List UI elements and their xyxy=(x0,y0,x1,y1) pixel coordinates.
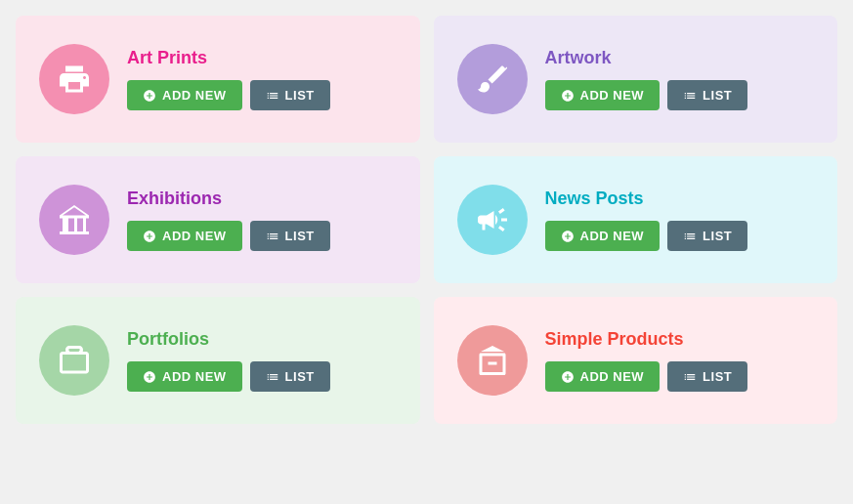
artwork-icon-wrap xyxy=(457,44,528,114)
art-prints-add-button[interactable]: ADD NEW xyxy=(127,80,242,110)
card-exhibitions: Exhibitions ADD NEW LIST xyxy=(16,156,420,283)
news-posts-content: News Posts ADD NEW LIST xyxy=(545,189,748,251)
megaphone-icon xyxy=(475,202,510,237)
card-simple-products: Simple Products ADD NEW LIST xyxy=(434,297,838,424)
art-prints-content: Art Prints ADD NEW LIST xyxy=(127,48,330,110)
portfolios-list-button[interactable]: LIST xyxy=(250,361,330,392)
list-icon xyxy=(266,370,279,384)
simple-products-title: Simple Products xyxy=(545,329,748,350)
cards-grid: Art Prints ADD NEW LIST Artwork xyxy=(16,16,837,424)
portfolios-icon-wrap xyxy=(39,325,109,396)
portfolios-actions: ADD NEW LIST xyxy=(127,361,330,392)
add-icon xyxy=(143,370,156,384)
news-posts-icon-wrap xyxy=(457,185,528,255)
list-icon xyxy=(683,89,697,103)
card-art-prints: Art Prints ADD NEW LIST xyxy=(16,16,420,143)
card-artwork: Artwork ADD NEW LIST xyxy=(434,16,838,143)
box-icon xyxy=(475,343,510,378)
portfolios-content: Portfolios ADD NEW LIST xyxy=(127,329,330,392)
exhibitions-title: Exhibitions xyxy=(127,189,330,209)
simple-products-list-button[interactable]: LIST xyxy=(667,361,747,392)
artwork-actions: ADD NEW LIST xyxy=(545,80,748,110)
art-prints-title: Art Prints xyxy=(127,48,330,68)
simple-products-icon-wrap xyxy=(457,325,528,396)
brush-icon xyxy=(475,62,510,97)
artwork-list-button[interactable]: LIST xyxy=(667,80,747,110)
add-icon xyxy=(143,89,156,103)
add-icon xyxy=(561,89,575,103)
exhibitions-icon-wrap xyxy=(39,185,109,255)
museum-icon xyxy=(57,202,92,237)
simple-products-actions: ADD NEW LIST xyxy=(545,361,748,392)
list-icon xyxy=(683,230,697,243)
portfolios-title: Portfolios xyxy=(127,329,330,350)
news-posts-title: News Posts xyxy=(545,189,748,209)
exhibitions-content: Exhibitions ADD NEW LIST xyxy=(127,189,330,251)
add-icon xyxy=(561,370,575,384)
exhibitions-actions: ADD NEW LIST xyxy=(127,221,330,251)
news-posts-add-button[interactable]: ADD NEW xyxy=(545,221,661,251)
briefcase-icon xyxy=(57,343,92,378)
list-icon xyxy=(266,89,279,103)
card-portfolios: Portfolios ADD NEW LIST xyxy=(16,297,420,424)
add-icon xyxy=(561,230,575,243)
simple-products-content: Simple Products ADD NEW LIST xyxy=(545,329,748,392)
list-icon xyxy=(683,370,697,384)
news-posts-list-button[interactable]: LIST xyxy=(667,221,747,251)
news-posts-actions: ADD NEW LIST xyxy=(545,221,748,251)
print-icon xyxy=(57,62,92,97)
simple-products-add-button[interactable]: ADD NEW xyxy=(545,361,661,392)
art-prints-list-button[interactable]: LIST xyxy=(250,80,330,110)
card-news-posts: News Posts ADD NEW LIST xyxy=(434,156,838,283)
add-icon xyxy=(143,230,156,243)
list-icon xyxy=(266,230,279,243)
art-prints-icon-wrap xyxy=(39,44,109,114)
art-prints-actions: ADD NEW LIST xyxy=(127,80,330,110)
exhibitions-add-button[interactable]: ADD NEW xyxy=(127,221,242,251)
artwork-content: Artwork ADD NEW LIST xyxy=(545,48,748,110)
exhibitions-list-button[interactable]: LIST xyxy=(250,221,330,251)
artwork-title: Artwork xyxy=(545,48,748,68)
artwork-add-button[interactable]: ADD NEW xyxy=(545,80,661,110)
portfolios-add-button[interactable]: ADD NEW xyxy=(127,361,242,392)
